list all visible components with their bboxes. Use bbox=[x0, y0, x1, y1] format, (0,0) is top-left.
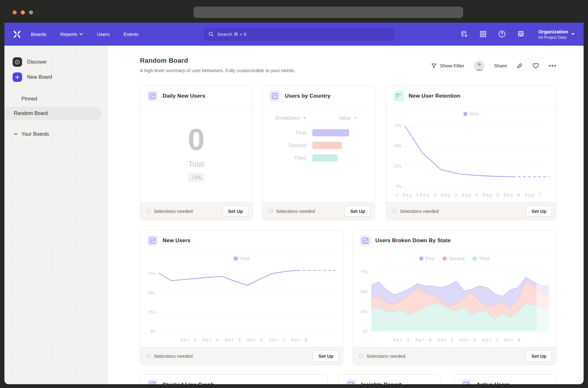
global-search[interactable] bbox=[204, 28, 395, 41]
window-minimize-icon[interactable] bbox=[21, 10, 25, 14]
sidebar-section-your-boards[interactable]: Your Boards bbox=[4, 128, 107, 140]
status-circle-icon bbox=[147, 209, 151, 213]
svg-text:Day 5: Day 5 bbox=[483, 192, 500, 197]
nav-item-reports-label: Reports bbox=[60, 31, 77, 37]
breakdown-column-header[interactable]: Breakdown bbox=[275, 115, 306, 121]
breakdown-row-first: First bbox=[262, 129, 375, 136]
chevron-down-icon bbox=[303, 117, 306, 119]
board-actions: Show Filter Share bbox=[431, 60, 556, 71]
nav-links: Boards Reports Users Events bbox=[31, 31, 138, 37]
card-title: Daily New Users bbox=[163, 93, 205, 99]
show-filter-button[interactable]: Show Filter bbox=[431, 63, 464, 69]
card-new-users: New Users First 75%50%25%0%Apr 3Apr 4Apr… bbox=[140, 230, 343, 365]
sidebar-item-discover[interactable]: Discover bbox=[4, 54, 107, 70]
card-daily-new-users: Daily New Users 0 Total ↑0% Selections n… bbox=[140, 86, 253, 220]
window-close-icon[interactable] bbox=[13, 10, 17, 14]
top-nav: Boards Reports Users Events bbox=[4, 23, 584, 46]
svg-text:50%: 50% bbox=[360, 289, 368, 294]
sidebar: Discover New Board Pinned Random Board Y… bbox=[4, 46, 108, 384]
set-up-button[interactable]: Set Up bbox=[345, 206, 371, 217]
svg-text:0%: 0% bbox=[396, 184, 401, 189]
chevron-down-icon bbox=[14, 98, 18, 100]
status-circle-icon bbox=[147, 354, 151, 358]
breakdown-bar bbox=[312, 142, 342, 149]
card-stacked-line-graph: Stacked Line Graph bbox=[140, 374, 328, 384]
nav-item-reports[interactable]: Reports bbox=[60, 31, 83, 37]
search-wrap bbox=[138, 28, 460, 41]
svg-text:Day 6: Day 6 bbox=[504, 192, 521, 197]
new-users-line-chart: 75%50%25%0%Apr 3Apr 4Apr 5Apr 6Apr 7Apr … bbox=[140, 251, 343, 348]
card-new-user-retention: New User Retention First 75%50%25%0%< Da… bbox=[386, 86, 556, 220]
set-up-button[interactable]: Set Up bbox=[526, 206, 552, 217]
settings-gear-icon[interactable] bbox=[517, 30, 525, 38]
breakdown-label: First bbox=[262, 130, 312, 136]
status-selections-needed: Selections needed bbox=[147, 353, 193, 359]
org-switcher[interactable]: Organization All Project Data bbox=[538, 29, 575, 40]
metric-label: Total bbox=[188, 160, 205, 168]
svg-text:25%: 25% bbox=[394, 164, 401, 169]
favorite-heart-icon[interactable] bbox=[532, 63, 539, 69]
apps-grid-icon[interactable] bbox=[479, 30, 487, 38]
discover-compass-icon bbox=[13, 57, 22, 67]
data-management-icon[interactable] bbox=[460, 30, 468, 38]
chevron-down-icon bbox=[79, 33, 83, 35]
window-titlebar bbox=[0, 0, 588, 23]
svg-text:Apr 4: Apr 4 bbox=[202, 337, 219, 342]
search-icon bbox=[208, 31, 214, 37]
search-input[interactable] bbox=[217, 31, 390, 37]
svg-text:75%: 75% bbox=[360, 269, 368, 274]
svg-text:Apr 8: Apr 8 bbox=[504, 337, 521, 342]
svg-text:Day 4: Day 4 bbox=[462, 192, 479, 197]
help-icon[interactable] bbox=[498, 30, 506, 38]
value-column-header[interactable]: Value bbox=[338, 115, 357, 121]
line-chart-icon bbox=[269, 91, 280, 101]
line-chart-icon bbox=[147, 235, 158, 246]
svg-text:25%: 25% bbox=[148, 310, 155, 315]
svg-text:Apr 5: Apr 5 bbox=[225, 337, 242, 342]
card-users-by-state: Users Broken Down By State FirstSecondTh… bbox=[353, 230, 556, 365]
card-title: Active Users bbox=[476, 382, 510, 384]
show-filter-label: Show Filter bbox=[440, 63, 464, 69]
chevron-down-icon bbox=[354, 117, 357, 119]
line-chart-icon bbox=[147, 379, 158, 384]
mixpanel-logo-icon[interactable] bbox=[11, 29, 23, 40]
card-insights-report: Insights Report bbox=[338, 374, 441, 384]
breakdown-rows: First Second Third bbox=[262, 129, 375, 162]
svg-text:0%: 0% bbox=[150, 329, 155, 334]
chevron-down-icon bbox=[571, 33, 575, 35]
svg-text:< Day 1: < Day 1 bbox=[396, 192, 419, 197]
svg-text:75%: 75% bbox=[394, 123, 401, 128]
share-button[interactable]: Share bbox=[494, 63, 507, 69]
svg-text:Apr 7: Apr 7 bbox=[482, 337, 499, 342]
svg-text:Apr 5: Apr 5 bbox=[437, 337, 454, 342]
avatar[interactable] bbox=[474, 60, 485, 71]
nav-item-boards[interactable]: Boards bbox=[31, 31, 46, 37]
nav-item-events[interactable]: Events bbox=[124, 31, 138, 37]
org-project: All Project Data bbox=[538, 35, 568, 40]
board-main: Random Board A high-level summary of use… bbox=[108, 46, 584, 384]
set-up-button[interactable]: Set Up bbox=[526, 351, 552, 362]
card-title: Users Broken Down By State bbox=[375, 237, 451, 244]
sidebar-section-pinned[interactable]: Pinned bbox=[4, 93, 107, 105]
svg-text:25%: 25% bbox=[360, 309, 368, 314]
card-title: New User Retention bbox=[409, 93, 460, 99]
more-options-icon[interactable] bbox=[549, 65, 556, 67]
sidebar-item-random-board[interactable]: Random Board bbox=[4, 107, 101, 120]
nav-item-users[interactable]: Users bbox=[97, 31, 109, 37]
window-zoom-icon[interactable] bbox=[29, 10, 33, 14]
metric-delta-badge: ↑0% bbox=[188, 173, 205, 182]
copy-link-icon[interactable] bbox=[516, 63, 523, 69]
card-title: Insights Report bbox=[361, 382, 401, 384]
set-up-button[interactable]: Set Up bbox=[222, 206, 248, 217]
status-circle-icon bbox=[269, 209, 273, 213]
filter-funnel-icon bbox=[431, 63, 437, 69]
svg-text:Day 3: Day 3 bbox=[441, 192, 458, 197]
sidebar-collapse-icon[interactable] bbox=[87, 371, 94, 379]
sidebar-section-your-boards-label: Your Boards bbox=[21, 131, 49, 137]
set-up-button[interactable]: Set Up bbox=[313, 351, 339, 362]
svg-text:Apr 6: Apr 6 bbox=[460, 337, 477, 342]
browser-url-bar[interactable] bbox=[193, 7, 463, 18]
svg-text:Apr 3: Apr 3 bbox=[393, 337, 410, 342]
nav-item-events-label: Events bbox=[124, 31, 138, 37]
sidebar-item-new-board[interactable]: New Board bbox=[4, 70, 107, 85]
